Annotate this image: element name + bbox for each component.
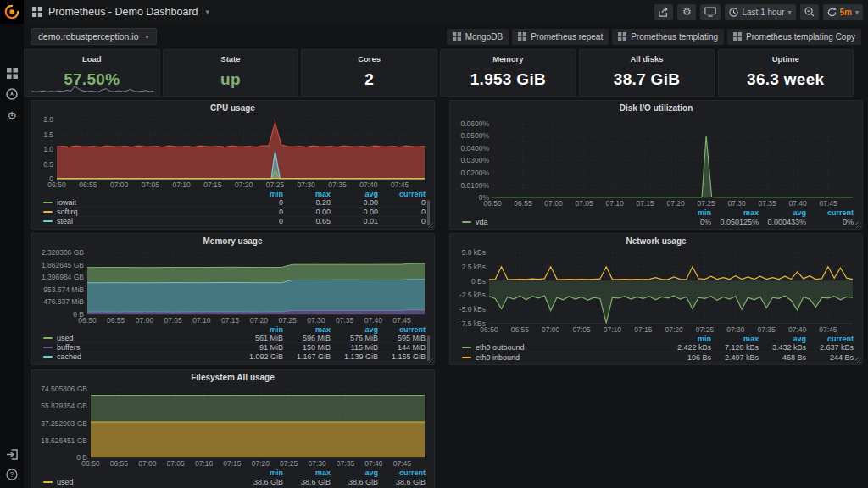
- panel-title[interactable]: CPU usage: [35, 101, 431, 115]
- stat-panel-cores[interactable]: Cores2: [301, 49, 437, 97]
- legend-value: 0.050125%: [711, 218, 759, 226]
- svg-text:06:55: 06:55: [107, 316, 125, 324]
- legend-header: minmaxavgcurrent: [43, 189, 426, 198]
- dashboards-icon[interactable]: [5, 66, 19, 80]
- legend-col-max[interactable]: max: [283, 325, 331, 334]
- legend-col-current[interactable]: current: [378, 190, 426, 198]
- legend-col-min[interactable]: min: [236, 469, 283, 477]
- legend-col-max[interactable]: max: [711, 208, 759, 217]
- legend-header: minmaxavgcurrent: [43, 324, 426, 334]
- legend-col-avg[interactable]: avg: [331, 325, 378, 334]
- legend-col-max[interactable]: max: [711, 335, 759, 343]
- stat-title: State: [220, 54, 240, 64]
- dashboard-title-dropdown[interactable]: Prometheus - Demo Dashboard ▾: [32, 6, 209, 18]
- legend-value: 144 MiB: [378, 343, 426, 352]
- svg-text:-5.0 kBs: -5.0 kBs: [459, 305, 486, 313]
- legend-row-eth0-outbound: eth0 outbound2.422 kBs7.128 kBs3.432 kBs…: [462, 343, 854, 352]
- svg-text:07:25: 07:25: [280, 459, 298, 468]
- legend-value: 0.65: [283, 217, 331, 225]
- svg-text:07:30: 07:30: [727, 199, 746, 208]
- legend-col-current[interactable]: current: [378, 325, 426, 334]
- svg-text:37.252903 GB: 37.252903 GB: [41, 419, 87, 428]
- panel-title[interactable]: Disk I/O utilization: [453, 101, 859, 115]
- legend-col-avg[interactable]: avg: [331, 190, 378, 198]
- stat-panel-all-disks[interactable]: All disks38.7 GiB: [579, 49, 715, 97]
- legend-col-current[interactable]: current: [806, 208, 854, 217]
- legend-scrollbar[interactable]: [427, 200, 430, 225]
- legend-scrollbar[interactable]: [427, 336, 430, 361]
- series-color-dash[interactable]: [43, 337, 53, 339]
- legend-value: 0: [378, 208, 426, 216]
- legend-value: 3.432 kBs: [759, 343, 806, 352]
- series-color-dash[interactable]: [43, 211, 53, 213]
- legend-series-name[interactable]: eth0 outbound: [476, 343, 525, 352]
- legend-col-min[interactable]: min: [664, 335, 711, 343]
- legend-value: 0: [378, 198, 426, 207]
- series-color-dash[interactable]: [43, 347, 53, 348]
- legend-col-avg[interactable]: avg: [759, 208, 806, 217]
- svg-text:06:55: 06:55: [511, 325, 530, 334]
- legend-series-name[interactable]: steal: [57, 217, 73, 225]
- share-button[interactable]: [654, 4, 673, 20]
- cycle-view-mode-button[interactable]: [700, 4, 721, 20]
- settings-button[interactable]: ⚙: [677, 4, 696, 20]
- stat-panel-uptime[interactable]: Uptime36.3 week: [718, 49, 854, 97]
- legend-value: 2.637 kBs: [806, 343, 854, 352]
- help-icon[interactable]: ?: [5, 468, 19, 481]
- svg-text:07:45: 07:45: [819, 325, 837, 334]
- panel-cpu-usage: CPU usage00.51.01.52.006:5006:5507:0007:…: [31, 100, 435, 230]
- legend-col-max[interactable]: max: [283, 469, 331, 477]
- time-picker-button[interactable]: Last 1 hour ▾: [725, 4, 795, 20]
- panel-title[interactable]: Memory usage: [35, 234, 431, 248]
- legend-series-name[interactable]: eth0 inbound: [476, 353, 520, 362]
- svg-text:07:15: 07:15: [223, 459, 242, 468]
- series-color-dash[interactable]: [43, 481, 53, 483]
- svg-text:07:00: 07:00: [136, 316, 154, 324]
- legend-series-name[interactable]: vda: [476, 218, 488, 226]
- svg-text:07:35: 07:35: [328, 180, 347, 189]
- series-color-dash[interactable]: [462, 357, 471, 358]
- svg-text:07:00: 07:00: [138, 459, 157, 468]
- explore-compass-icon[interactable]: [5, 87, 19, 101]
- legend-series-name[interactable]: cached: [57, 352, 81, 361]
- series-color-dash[interactable]: [43, 356, 53, 358]
- series-color-dash[interactable]: [462, 221, 471, 223]
- legend-series-name[interactable]: used: [57, 334, 74, 342]
- stat-panel-state[interactable]: Stateup: [163, 49, 299, 97]
- panel-memory-usage: Memory usage0 B476.837 MiB953.674 MiB1.3…: [31, 233, 435, 365]
- stat-title: All disks: [631, 54, 664, 64]
- legend-col-max[interactable]: max: [283, 190, 331, 198]
- configuration-gear-icon[interactable]: ⚙: [5, 108, 19, 122]
- dashboard-grid-icon: [32, 7, 42, 17]
- legend-col-min[interactable]: min: [236, 325, 283, 334]
- legend-value: 0.01: [331, 217, 378, 225]
- legend-series-name[interactable]: iowait: [57, 198, 76, 207]
- legend-value: 0.000433%: [759, 218, 806, 226]
- svg-text:06:50: 06:50: [47, 180, 66, 189]
- grafana-logo[interactable]: [0, 0, 24, 24]
- series-color-dash[interactable]: [43, 220, 53, 222]
- svg-text:0.0400%: 0.0400%: [460, 144, 489, 152]
- panel-title[interactable]: Network usage: [453, 234, 859, 248]
- stat-value: up: [220, 64, 241, 96]
- svg-text:07:10: 07:10: [192, 316, 211, 324]
- legend-col-current[interactable]: current: [378, 469, 426, 477]
- zoom-out-button[interactable]: [800, 4, 819, 20]
- dashboard: Load57.50%StateupCores2Memory1.953 GiBAl…: [24, 24, 868, 488]
- legend-series-name[interactable]: buffers: [57, 343, 80, 352]
- refresh-button[interactable]: 5m ▾: [823, 4, 863, 20]
- sign-in-icon[interactable]: [5, 447, 19, 461]
- stat-panel-load[interactable]: Load57.50%: [24, 49, 160, 97]
- legend-series-name[interactable]: used: [57, 478, 74, 486]
- stat-panel-memory[interactable]: Memory1.953 GiB: [440, 49, 576, 97]
- series-color-dash[interactable]: [462, 347, 471, 348]
- legend-col-min[interactable]: min: [664, 208, 711, 217]
- legend-col-current[interactable]: current: [806, 335, 854, 343]
- legend-col-avg[interactable]: avg: [331, 469, 378, 477]
- legend-col-avg[interactable]: avg: [759, 335, 806, 343]
- panel-title[interactable]: Filesystem All usage: [35, 370, 431, 385]
- legend-col-min[interactable]: min: [236, 190, 283, 198]
- series-color-dash[interactable]: [43, 202, 53, 203]
- legend-series-name[interactable]: softirq: [57, 208, 78, 216]
- navbar: Prometheus - Demo Dashboard ▾ ⚙ Last 1 h…: [24, 0, 868, 24]
